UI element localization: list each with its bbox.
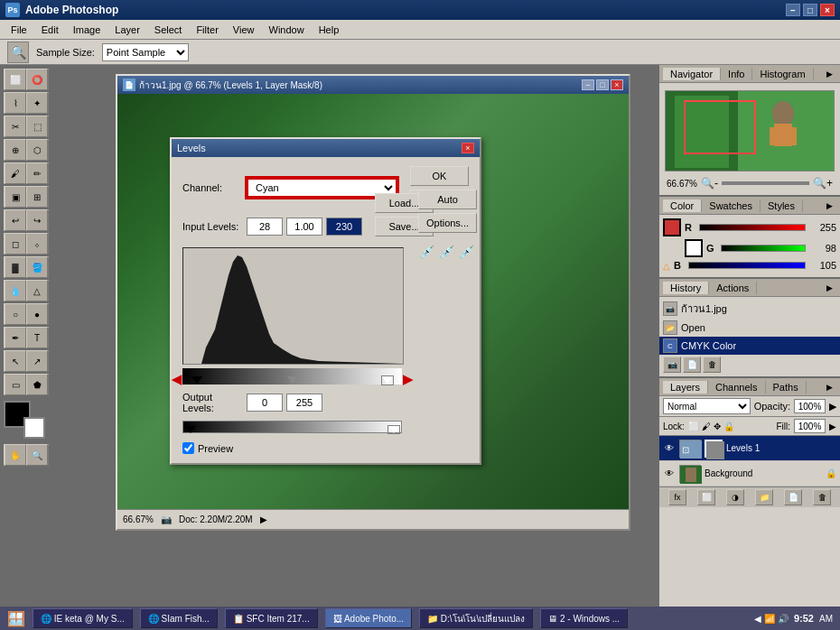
dodge-tool[interactable]: ○ (5, 303, 26, 325)
new-snapshot-button[interactable]: 📷 (663, 357, 681, 373)
menu-file[interactable]: File (4, 23, 34, 37)
path-selection-tool[interactable]: ↖ (5, 350, 26, 372)
swatches-tab[interactable]: Swatches (702, 199, 761, 212)
eraser-tool[interactable]: ◻ (5, 233, 26, 255)
output-black-handle[interactable] (185, 426, 196, 433)
lock-paint-icon[interactable]: 🖌 (702, 422, 711, 431)
layer-eye-bg[interactable]: 👁 (663, 468, 676, 480)
color-panel-menu[interactable]: ▶ (822, 199, 836, 213)
magic-wand-tool[interactable]: ✦ (26, 92, 48, 114)
taskbar-item-sfc[interactable]: 📋 SFC Item 217... (225, 608, 318, 628)
layer-item-levels[interactable]: 👁 ⊡ Levels 1 (659, 436, 840, 461)
doc-minimize-button[interactable]: − (582, 79, 594, 90)
history-item-2[interactable]: C CMYK Color (659, 337, 840, 355)
create-new-document-button[interactable]: 📄 (683, 357, 701, 373)
tool-gradient[interactable]: ▓ 🪣 (4, 256, 49, 278)
paths-tab[interactable]: Paths (766, 381, 807, 394)
g-slider[interactable] (721, 245, 806, 252)
direct-selection-tool[interactable]: ↗ (26, 350, 48, 372)
layers-tab[interactable]: Layers (663, 381, 708, 394)
delete-state-button[interactable]: 🗑 (703, 357, 721, 373)
layer-style-button[interactable]: fx (668, 489, 686, 505)
tool-selection[interactable]: ↖ ↗ (4, 350, 49, 372)
navigator-tab[interactable]: Navigator (663, 68, 721, 80)
patch-tool[interactable]: ⬡ (26, 139, 48, 161)
opacity-input[interactable] (794, 399, 826, 413)
menu-layer[interactable]: Layer (107, 23, 147, 37)
tool-healing[interactable]: ⊕ ⬡ (4, 139, 49, 161)
tool-path[interactable]: ✒ T (4, 327, 49, 348)
black-point-handle[interactable] (191, 376, 202, 384)
input-high-field[interactable] (326, 218, 362, 236)
channels-tab[interactable]: Channels (708, 381, 765, 394)
black-eyedropper[interactable]: 💉 (418, 244, 434, 260)
layer-eye-levels[interactable]: 👁 (663, 442, 676, 455)
add-mask-button[interactable]: ⬜ (697, 489, 715, 505)
close-button[interactable]: × (820, 4, 835, 16)
tool-blur[interactable]: 💧 △ (4, 280, 49, 301)
fill-arrow[interactable]: ▶ (829, 422, 836, 431)
actions-tab[interactable]: Actions (709, 282, 757, 294)
left-arrow[interactable]: ◀ (172, 372, 182, 386)
tool-dodge[interactable]: ○ ● (4, 303, 49, 325)
tool-zoom[interactable]: ✋ 🔍 (4, 444, 49, 466)
lock-move-icon[interactable]: ✥ (714, 422, 721, 431)
taskbar-item-2[interactable]: 🖥 2 - Windows ... (540, 608, 628, 628)
minimize-button[interactable]: − (786, 4, 800, 16)
background-color-swatch[interactable] (23, 417, 45, 439)
sample-size-select[interactable]: Point Sample 3 by 3 Average 5 by 5 Avera… (102, 43, 189, 61)
history-brush-tool[interactable]: ↩ (5, 209, 26, 231)
ellipse-marquee-tool[interactable]: ⭕ (26, 69, 48, 90)
input-low-field[interactable] (247, 218, 283, 236)
opacity-arrow[interactable]: ▶ (829, 401, 836, 412)
brush-tool[interactable]: 🖌 (5, 162, 26, 184)
layers-panel-menu[interactable]: ▶ (822, 380, 836, 394)
menu-image[interactable]: Image (66, 23, 108, 37)
zoom-in-button[interactable]: 🔍+ (813, 177, 833, 190)
gradient-tool[interactable]: ▓ (5, 256, 26, 278)
white-eyedropper[interactable]: 💉 (458, 244, 474, 260)
type-tool[interactable]: T (26, 327, 48, 348)
tool-history[interactable]: ↩ ↪ (4, 209, 49, 231)
lock-all-icon[interactable]: 🔒 (723, 422, 734, 431)
art-history-tool[interactable]: ↪ (26, 209, 48, 231)
delete-layer-button[interactable]: 🗑 (813, 489, 831, 505)
styles-tab[interactable]: Styles (761, 199, 803, 212)
zoom-slider[interactable] (722, 181, 809, 185)
tool-marquee[interactable]: ⬜ ⭕ (4, 69, 49, 90)
preview-checkbox[interactable] (182, 442, 194, 454)
slice-tool[interactable]: ⬚ (26, 116, 48, 137)
lock-transparent-icon[interactable]: ⬜ (688, 422, 699, 431)
new-layer-button[interactable]: 📄 (784, 489, 802, 505)
shape-tool[interactable]: ▭ (5, 374, 26, 395)
b-slider[interactable] (688, 262, 806, 269)
preview-label[interactable]: Preview (182, 442, 233, 454)
taskbar-item-siam[interactable]: 🌐 SIam Fish... (140, 608, 218, 628)
start-button[interactable]: 🪟 (7, 610, 25, 627)
fill-input[interactable] (794, 419, 826, 433)
tool-brush[interactable]: 🖌 ✏ (4, 162, 49, 184)
zoom-out-button[interactable]: 🔍- (701, 177, 718, 190)
menu-edit[interactable]: Edit (34, 23, 66, 37)
menu-help[interactable]: Help (312, 23, 347, 37)
output-white-handle[interactable] (388, 426, 399, 433)
history-tab[interactable]: History (663, 282, 709, 294)
foreground-color-preview[interactable] (663, 218, 681, 236)
navigator-viewport[interactable] (684, 100, 756, 154)
rect-marquee-tool[interactable]: ⬜ (5, 69, 26, 90)
pencil-tool[interactable]: ✏ (26, 162, 48, 184)
input-mid-field[interactable] (286, 218, 322, 236)
menu-select[interactable]: Select (147, 23, 190, 37)
stamp-tool[interactable]: ▣ (5, 186, 26, 208)
output-low-field[interactable] (247, 394, 283, 412)
histogram-tab[interactable]: Histogram (752, 68, 813, 80)
auto-button[interactable]: Auto (418, 190, 477, 209)
new-group-button[interactable]: 📁 (755, 489, 773, 505)
taskbar-item-folder[interactable]: 📁 D:\โน\โน\เปลี่ยนแปลง (419, 608, 533, 628)
taskbar-item-photoshop[interactable]: 🖼 Adobe Photo... (325, 608, 412, 628)
sharpen-tool[interactable]: △ (26, 280, 48, 301)
paint-bucket-tool[interactable]: 🪣 (26, 256, 48, 278)
crop-tool[interactable]: ✂ (5, 116, 26, 137)
tool-crop[interactable]: ✂ ⬚ (4, 116, 49, 137)
taskbar-item-ie1[interactable]: 🌐 IE keta @ My S... (33, 608, 133, 628)
